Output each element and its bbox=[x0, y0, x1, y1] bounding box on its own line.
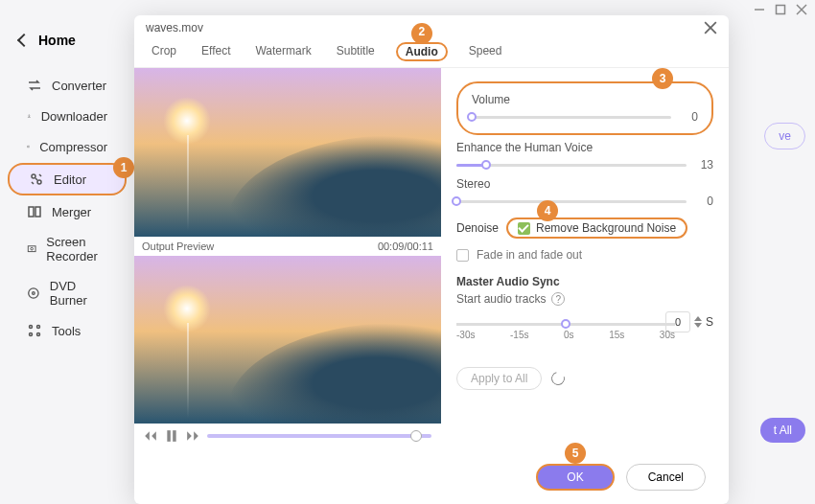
download-icon bbox=[27, 108, 32, 124]
step-badge-5: 5 bbox=[565, 443, 586, 464]
tools-icon bbox=[27, 323, 42, 338]
apply-to-all-button[interactable]: Apply to All bbox=[456, 367, 542, 390]
cancel-button[interactable]: Cancel bbox=[626, 464, 706, 491]
sync-step-down[interactable] bbox=[694, 323, 702, 328]
svg-rect-20 bbox=[173, 430, 176, 442]
svg-rect-19 bbox=[167, 430, 171, 442]
bg-button-2[interactable]: t All bbox=[760, 418, 805, 443]
screen-recorder-icon bbox=[27, 241, 36, 257]
sidebar-item-screen-recorder[interactable]: Screen Recorder bbox=[8, 228, 127, 270]
merger-icon bbox=[27, 204, 42, 219]
home-label: Home bbox=[38, 33, 76, 48]
denoise-label: Denoise bbox=[456, 221, 499, 235]
sidebar-item-compressor[interactable]: Compressor bbox=[8, 132, 127, 161]
sync-unit: S bbox=[706, 315, 713, 329]
modal-close-button[interactable] bbox=[704, 21, 717, 34]
original-preview bbox=[134, 68, 441, 237]
sidebar-item-merger[interactable]: Merger bbox=[8, 197, 127, 226]
svg-rect-8 bbox=[35, 207, 40, 217]
stereo-value: 0 bbox=[694, 195, 713, 208]
svg-point-6 bbox=[37, 180, 41, 184]
enhance-label: Enhance the Human Voice bbox=[456, 141, 713, 154]
window-close-button[interactable] bbox=[796, 4, 807, 15]
step-badge-1: 1 bbox=[113, 157, 134, 178]
svg-rect-4 bbox=[27, 146, 29, 148]
fade-label: Fade in and fade out bbox=[477, 248, 582, 262]
ok-button[interactable]: OK bbox=[536, 464, 614, 491]
next-button[interactable] bbox=[186, 429, 199, 443]
sidebar-item-editor[interactable]: Editor 1 bbox=[8, 163, 127, 195]
volume-slider[interactable] bbox=[472, 116, 671, 119]
sync-step-up[interactable] bbox=[694, 316, 702, 321]
svg-point-10 bbox=[31, 247, 34, 250]
fade-checkbox[interactable]: Fade in and fade out bbox=[456, 248, 713, 262]
preview-time: 00:09/00:11 bbox=[378, 241, 433, 252]
sidebar-item-dvd-burner[interactable]: DVD Burner bbox=[8, 272, 127, 314]
sidebar-item-converter[interactable]: Converter bbox=[8, 71, 127, 100]
tab-speed[interactable]: Speed bbox=[465, 42, 506, 61]
sidebar-item-downloader[interactable]: Downloader bbox=[8, 102, 127, 130]
step-badge-4: 4 bbox=[537, 200, 558, 221]
tab-crop[interactable]: Crop bbox=[148, 42, 180, 61]
svg-rect-1 bbox=[777, 6, 785, 14]
sidebar-item-label: Converter bbox=[52, 79, 106, 93]
home-nav[interactable]: Home bbox=[0, 27, 134, 54]
tab-watermark[interactable]: Watermark bbox=[251, 42, 314, 61]
background-panel: ve t All bbox=[738, 57, 805, 460]
sidebar-item-label: Editor bbox=[54, 172, 86, 187]
checkbox-icon bbox=[456, 249, 469, 262]
svg-rect-7 bbox=[29, 207, 34, 217]
enhance-value: 13 bbox=[694, 158, 713, 172]
start-tracks-label: Start audio tracks bbox=[456, 292, 546, 306]
svg-point-16 bbox=[37, 333, 40, 336]
output-preview bbox=[134, 256, 441, 424]
check-icon bbox=[518, 222, 530, 235]
stereo-label: Stereo bbox=[456, 177, 713, 191]
minimize-button[interactable] bbox=[754, 4, 765, 15]
pause-button[interactable] bbox=[165, 429, 178, 443]
svg-point-12 bbox=[33, 292, 35, 295]
editor-tabs: Crop Effect Watermark Subtitle 2 Audio S… bbox=[134, 34, 729, 68]
stereo-slider[interactable] bbox=[456, 200, 687, 203]
seek-slider[interactable] bbox=[207, 434, 431, 438]
audio-settings-pane: 3 Volume 0 Enhance the Human Voice 13 St… bbox=[441, 68, 729, 456]
sidebar-item-label: Screen Recorder bbox=[46, 235, 107, 263]
reset-icon[interactable] bbox=[549, 369, 568, 387]
tab-effect[interactable]: Effect bbox=[198, 42, 234, 61]
prev-button[interactable] bbox=[144, 429, 157, 443]
volume-label: Volume bbox=[472, 93, 698, 106]
dvd-icon bbox=[27, 286, 40, 301]
step-badge-2: 2 bbox=[418, 25, 425, 38]
volume-value: 0 bbox=[679, 110, 698, 124]
converter-icon bbox=[27, 78, 42, 93]
svg-point-14 bbox=[37, 326, 40, 329]
preview-pane: Output Preview 00:09/00:11 bbox=[134, 68, 441, 456]
maximize-button[interactable] bbox=[775, 4, 786, 15]
sidebar-item-tools[interactable]: Tools bbox=[8, 316, 127, 345]
bg-button-1[interactable]: ve bbox=[764, 123, 805, 149]
remove-noise-checkbox[interactable]: 4 Remove Background Noise bbox=[506, 218, 687, 239]
back-icon bbox=[17, 34, 31, 47]
editor-modal: waves.mov Crop Effect Watermark Subtitle… bbox=[134, 15, 729, 504]
sidebar-item-label: Merger bbox=[52, 205, 91, 219]
svg-point-11 bbox=[29, 288, 38, 298]
help-icon[interactable]: ? bbox=[551, 292, 565, 306]
tab-subtitle[interactable]: Subtitle bbox=[333, 42, 379, 61]
svg-point-15 bbox=[30, 333, 33, 336]
sidebar-item-label: Tools bbox=[52, 324, 81, 338]
sync-slider[interactable] bbox=[456, 323, 675, 326]
modal-title: waves.mov bbox=[146, 21, 203, 34]
enhance-slider[interactable] bbox=[456, 164, 687, 167]
sidebar-item-label: Downloader bbox=[41, 109, 107, 124]
compressor-icon bbox=[27, 139, 30, 154]
preview-label: Output Preview bbox=[142, 241, 214, 252]
svg-rect-9 bbox=[28, 246, 35, 252]
step-badge-3: 3 bbox=[652, 68, 673, 89]
svg-point-13 bbox=[30, 326, 33, 329]
master-sync-title: Master Audio Sync bbox=[456, 275, 713, 288]
tab-audio[interactable]: 2 Audio bbox=[396, 42, 448, 61]
remove-noise-label: Remove Background Noise bbox=[536, 221, 676, 235]
svg-point-5 bbox=[32, 174, 35, 178]
sidebar-item-label: DVD Burner bbox=[50, 279, 107, 308]
editor-icon bbox=[29, 172, 44, 187]
